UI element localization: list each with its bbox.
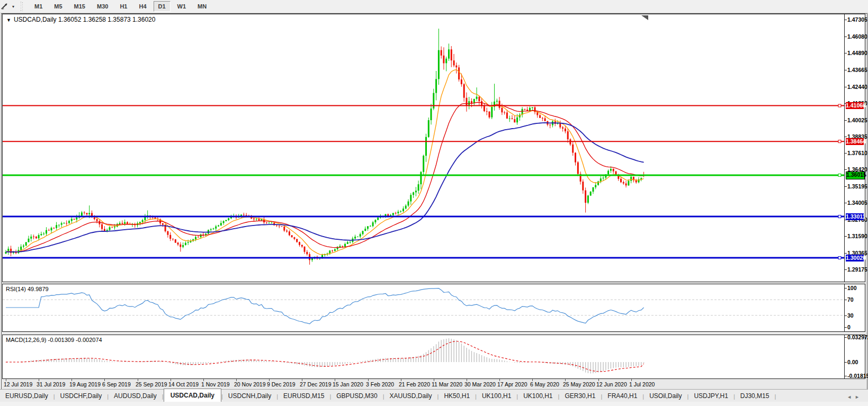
price-tick-mark xyxy=(845,87,847,87)
timeframe-button-d1[interactable]: D1 xyxy=(154,1,171,12)
bid-price-line-price-label: 1.36015 xyxy=(846,172,865,179)
candlestick-series xyxy=(5,29,645,265)
chart-tab-audusd-daily[interactable]: AUDUSD,Daily xyxy=(109,390,162,402)
support-line-2-price-label: 1.30020 xyxy=(846,255,864,261)
rsi-line xyxy=(6,288,644,324)
rsi-tick-label: 0 xyxy=(847,324,851,330)
chart-tab-usdchf-daily[interactable]: USDCHF,Daily xyxy=(55,390,108,402)
timeframe-button-h1[interactable]: H1 xyxy=(115,1,132,12)
chart-tab-bar: EURUSD,Daily|USDCHF,Daily|AUDUSD,Daily|U… xyxy=(0,389,868,402)
price-tick-mark xyxy=(845,153,847,154)
macd-tick-mark xyxy=(845,337,847,338)
timeframe-button-w1[interactable]: W1 xyxy=(173,1,191,12)
timeframe-button-m30[interactable]: M30 xyxy=(92,1,113,12)
date-tick-label: 30 Mar 2020 xyxy=(464,381,496,387)
price-plot[interactable] xyxy=(3,14,844,281)
rsi-tick-label: 100 xyxy=(847,285,857,291)
date-tick-label: 6 May 2020 xyxy=(530,381,559,387)
price-tick-label: 1.44890 xyxy=(847,50,867,56)
chart-tab-usdcad-daily[interactable]: USDCAD,Daily xyxy=(164,389,221,402)
top-toolbar: ▾ M1M5M15M30H1H4D1W1MN xyxy=(0,0,868,13)
rsi-panel[interactable]: 10070300 RSI(14) 49.9879 xyxy=(2,284,865,332)
resistance-line-2-price-label: 1.38464 xyxy=(846,138,864,145)
macd-tick-mark xyxy=(845,376,847,376)
date-tick-label: 12 Jul 2019 xyxy=(4,381,32,387)
price-axis: 1.473051.460801.448901.436651.424401.412… xyxy=(844,14,864,282)
ma-medium-line xyxy=(6,102,644,252)
macd-panel[interactable]: 0.0329720.00-0.018154 MACD(12,26,9) -0.0… xyxy=(2,335,865,379)
rsi-tick-mark xyxy=(845,315,847,316)
chart-tab-hk50-h1[interactable]: HK50,H1 xyxy=(439,390,475,402)
price-tick-label: 1.40025 xyxy=(847,117,867,123)
dropdown-caret-icon[interactable]: ▾ xyxy=(12,4,14,9)
rsi-tick-mark xyxy=(845,300,847,300)
chart-tab-usoil-daily[interactable]: USOil,Daily xyxy=(644,390,687,402)
rsi-label: RSI(14) 49.9879 xyxy=(6,286,49,292)
timeframe-button-mn[interactable]: MN xyxy=(193,1,211,12)
timeframe-button-m1[interactable]: M1 xyxy=(30,1,47,12)
price-tick-mark xyxy=(845,137,847,137)
date-axis: 12 Jul 201931 Jul 201919 Aug 20196 Sep 2… xyxy=(3,379,844,389)
chart-tab-ger30-h1[interactable]: GER30,H1 xyxy=(559,390,601,402)
date-tick-label: 25 May 2020 xyxy=(563,381,595,387)
date-tick-label: 20 Nov 2019 xyxy=(234,381,266,387)
rsi-tick-mark xyxy=(845,288,847,288)
timeframe-button-h4[interactable]: H4 xyxy=(134,1,151,12)
chart-tab-xauusd-daily[interactable]: XAUUSD,Daily xyxy=(384,390,437,402)
chart-tab-fra40-h1[interactable]: FRA40,H1 xyxy=(602,390,642,402)
macd-histogram xyxy=(6,338,644,373)
chart-tab-uk100-h1[interactable]: UK100,H1 xyxy=(477,390,516,402)
macd-tick-label: 0.00 xyxy=(847,359,858,365)
tab-scroll-right-icon[interactable]: ► xyxy=(855,394,863,400)
chart-tab-eurusd-m15[interactable]: EURUSD,M15 xyxy=(278,390,329,402)
macd-label: MACD(12,26,9) -0.001309 -0.002074 xyxy=(6,337,102,343)
price-tick-mark xyxy=(845,70,847,70)
timeframe-button-m5[interactable]: M5 xyxy=(49,1,67,12)
tab-scroll-left-icon[interactable]: ◄ xyxy=(847,394,855,400)
chart-tab-dj30-m15[interactable]: DJ30,M15 xyxy=(735,390,775,402)
date-tick-label: 14 Oct 2019 xyxy=(168,381,199,387)
chart-tab-eurusd-daily[interactable]: EURUSD,Daily xyxy=(0,390,53,402)
date-tick-label: 31 Jul 2019 xyxy=(37,381,65,387)
price-tick-label: 1.29175 xyxy=(847,266,867,273)
chart-shift-marker[interactable] xyxy=(641,15,648,20)
symbol-dropdown-icon[interactable]: ▼ xyxy=(6,17,11,23)
resistance-line-1-handle[interactable] xyxy=(838,104,841,107)
support-line-2-handle[interactable] xyxy=(838,257,841,259)
date-tick-label: 17 Apr 2020 xyxy=(497,381,527,387)
macd-plot[interactable] xyxy=(3,335,844,377)
price-tick-mark xyxy=(845,269,847,270)
price-panel[interactable]: 1.473051.460801.448901.436651.424401.412… xyxy=(2,14,865,282)
price-tick-mark xyxy=(845,53,847,53)
drawing-tool-icon[interactable] xyxy=(1,2,11,11)
rsi-tick-label: 70 xyxy=(847,296,854,303)
resistance-line-2-handle[interactable] xyxy=(838,140,841,143)
status-strip xyxy=(0,402,868,406)
chart-tab-uk100-h1[interactable]: UK100,H1 xyxy=(518,390,558,402)
chart-tab-usdcnh-daily[interactable]: USDCNH,Daily xyxy=(223,390,276,402)
chart-tab-usdjpy-h1[interactable]: USDJPY,H1 xyxy=(688,390,733,402)
price-tick-label: 1.47305 xyxy=(847,16,867,23)
chart-tab-gbpusd-m30[interactable]: GBPUSD,M30 xyxy=(331,390,382,402)
tab-scroll-controls: ◄► xyxy=(847,394,863,400)
price-tick-mark xyxy=(845,120,847,121)
price-tick-mark xyxy=(845,37,847,37)
support-line-1-handle[interactable] xyxy=(838,215,841,218)
price-tick-label: 1.31590 xyxy=(847,233,867,239)
timeframe-button-m15[interactable]: M15 xyxy=(69,1,90,12)
macd-axis: 0.0329720.00-0.018154 xyxy=(844,335,864,378)
date-tick-label: 27 Dec 2019 xyxy=(300,381,332,387)
price-tick-label: 1.34005 xyxy=(847,200,867,206)
support-line-1-price-label: 1.33011 xyxy=(846,213,864,220)
date-tick-label: 15 Jan 2020 xyxy=(333,381,363,387)
bid-price-line-handle[interactable] xyxy=(838,174,841,176)
macd-signal-line xyxy=(6,341,644,372)
date-tick-label: 1 Jul 2020 xyxy=(629,381,655,387)
price-tick-mark xyxy=(845,169,847,170)
price-tick-mark xyxy=(845,253,847,254)
rsi-tick-label: 30 xyxy=(847,312,854,319)
rsi-axis: 10070300 xyxy=(844,284,864,331)
rsi-plot[interactable] xyxy=(3,284,844,330)
toolbar-gripper[interactable] xyxy=(21,2,23,11)
price-tick-label: 1.37610 xyxy=(847,150,867,156)
